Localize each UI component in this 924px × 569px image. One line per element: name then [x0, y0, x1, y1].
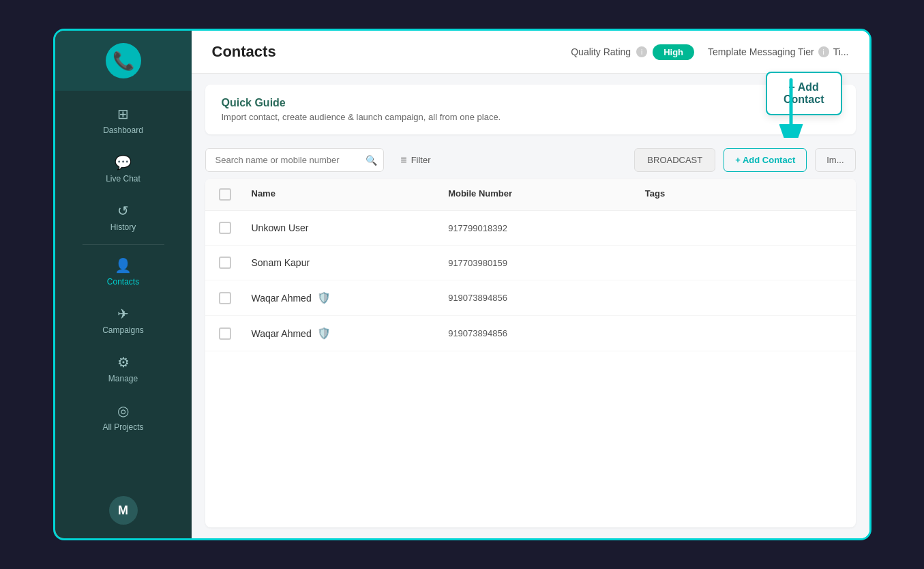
quality-section: Quality Rating i High — [571, 44, 694, 60]
table-row[interactable]: Waqar Ahmed 🛡️ 919073894856 — [205, 316, 856, 351]
contact-mobile-3: 919073894856 — [448, 293, 645, 303]
row-checkbox-4[interactable] — [219, 327, 231, 340]
quick-guide-title: Quick Guide — [222, 97, 839, 109]
page-title: Contacts — [212, 43, 558, 61]
contact-name-4: Waqar Ahmed 🛡️ — [252, 327, 449, 340]
filter-icon: ≡ — [400, 154, 406, 166]
flag-icon-4: 🛡️ — [317, 327, 331, 340]
contacts-icon: 👤 — [115, 257, 132, 274]
sidebar: 📞 ⊞ Dashboard 💬 Live Chat ↺ History 👤 Co… — [55, 31, 192, 538]
sidebar-item-label-manage: Manage — [108, 374, 138, 383]
search-input[interactable] — [205, 148, 385, 172]
sidebar-item-dashboard[interactable]: ⊞ Dashboard — [55, 96, 192, 145]
campaigns-icon: ✈ — [117, 306, 129, 322]
contact-name-2: Sonam Kapur — [252, 257, 449, 268]
live-chat-icon: 💬 — [115, 154, 132, 171]
contact-name-1: Unkown User — [252, 222, 449, 233]
sidebar-divider-1 — [83, 244, 164, 245]
table-row[interactable]: Waqar Ahmed 🛡️ 919073894856 — [205, 280, 856, 316]
template-section: Template Messaging Tier i Ti... — [708, 46, 848, 57]
avatar[interactable]: M — [109, 496, 138, 525]
sidebar-item-contacts[interactable]: 👤 Contacts — [55, 248, 192, 296]
flag-icon-3: 🛡️ — [317, 291, 331, 304]
search-container: 🔍 — [205, 148, 385, 172]
quality-info-icon[interactable]: i — [636, 46, 647, 57]
logo-icon[interactable]: 📞 — [106, 43, 141, 78]
contacts-table: Name Mobile Number Tags Unkown User 9177… — [205, 179, 856, 527]
contact-mobile-4: 919073894856 — [448, 328, 645, 338]
sidebar-item-label-dashboard: Dashboard — [103, 126, 143, 135]
filter-button[interactable]: ≡ Filter — [392, 149, 438, 172]
contact-name-3: Waqar Ahmed 🛡️ — [252, 291, 449, 304]
broadcast-button[interactable]: BROADCAST — [634, 148, 715, 172]
history-icon: ↺ — [117, 203, 129, 219]
import-button[interactable]: Im... — [815, 148, 855, 172]
quick-guide-description: Import contact, create audience & launch… — [222, 112, 839, 122]
add-contact-toolbar-button[interactable]: + Add Contact — [724, 148, 807, 172]
search-icon: 🔍 — [366, 155, 377, 166]
template-info-icon[interactable]: i — [818, 46, 829, 57]
main-content: Contacts Quality Rating i High Template … — [192, 31, 869, 538]
contact-mobile-1: 917799018392 — [448, 223, 645, 233]
dashboard-icon: ⊞ — [117, 106, 129, 122]
all-projects-icon: ◎ — [117, 403, 129, 419]
top-header: Contacts Quality Rating i High Template … — [192, 31, 869, 74]
column-tags: Tags — [645, 188, 842, 201]
sidebar-item-label-campaigns: Campaigns — [102, 325, 144, 335]
contact-mobile-2: 917703980159 — [448, 258, 645, 268]
sidebar-item-history[interactable]: ↺ History — [55, 193, 192, 242]
sidebar-logo: 📞 — [55, 31, 192, 91]
row-checkbox-3[interactable] — [219, 292, 231, 304]
table-row[interactable]: Sonam Kapur 917703980159 — [205, 246, 856, 280]
sidebar-item-live-chat[interactable]: 💬 Live Chat — [55, 145, 192, 193]
table-header: Name Mobile Number Tags — [205, 179, 856, 211]
sidebar-item-all-projects[interactable]: ◎ All Projects — [55, 393, 192, 441]
table-row[interactable]: Unkown User 917799018392 — [205, 211, 856, 246]
select-all-checkbox[interactable] — [219, 188, 231, 201]
column-name: Name — [252, 188, 449, 201]
toolbar-section: + Add Contact 🔍 ≡ Filter BROADCAST + Add… — [192, 141, 869, 179]
app-wrapper: 📞 ⊞ Dashboard 💬 Live Chat ↺ History 👤 Co… — [53, 29, 871, 540]
sidebar-item-manage[interactable]: ⚙ Manage — [55, 345, 192, 393]
sidebar-item-label-history: History — [110, 222, 136, 232]
sidebar-item-label-all-projects: All Projects — [102, 422, 143, 432]
tier-text: Ti... — [833, 46, 849, 57]
column-mobile: Mobile Number — [448, 188, 645, 201]
quick-guide-banner: Quick Guide Import contact, create audie… — [205, 85, 856, 134]
toolbar-row: 🔍 ≡ Filter BROADCAST + Add Contact Im... — [192, 141, 869, 179]
row-checkbox-1[interactable] — [219, 222, 231, 234]
floating-add-contact-button[interactable]: + Add Contact — [766, 72, 842, 115]
sidebar-item-campaigns[interactable]: ✈ Campaigns — [55, 296, 192, 345]
row-checkbox-2[interactable] — [219, 257, 231, 269]
manage-icon: ⚙ — [117, 354, 130, 370]
filter-label: Filter — [411, 155, 431, 165]
quality-rating-label: Quality Rating — [571, 46, 631, 57]
sidebar-item-label-live-chat: Live Chat — [106, 174, 140, 184]
quality-badge: High — [653, 44, 694, 60]
template-messaging-tier-label: Template Messaging Tier — [708, 46, 814, 57]
sidebar-item-label-contacts: Contacts — [107, 277, 139, 287]
